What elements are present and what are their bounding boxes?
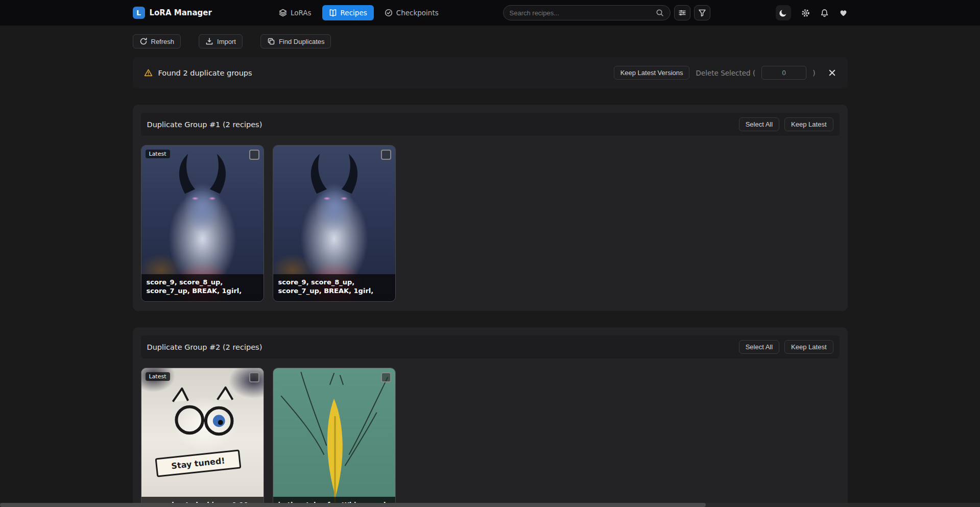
refresh-icon xyxy=(139,37,148,45)
delete-count-input[interactable] xyxy=(761,66,806,80)
filter-button[interactable] xyxy=(694,5,710,20)
top-navbar: L LoRA Manager LoRAs Recipes Checkpoi xyxy=(0,0,980,26)
horizontal-scrollbar[interactable] xyxy=(0,503,980,507)
tab-label: LoRAs xyxy=(291,9,312,17)
find-duplicates-button[interactable]: Find Duplicates xyxy=(260,34,331,49)
select-all-button[interactable]: Select All xyxy=(739,340,779,354)
search-input[interactable] xyxy=(510,9,656,17)
funnel-icon xyxy=(698,9,706,17)
search-group xyxy=(503,5,710,20)
select-recipe-checkbox[interactable] xyxy=(249,150,259,160)
duplicate-group-panel: Duplicate Group #1 (2 recipes) Select Al… xyxy=(133,105,848,311)
import-icon xyxy=(205,37,213,45)
notifications-button[interactable] xyxy=(820,9,829,17)
select-recipe-checkbox[interactable] xyxy=(249,372,259,382)
group-header: Duplicate Group #1 (2 recipes) Select Al… xyxy=(141,113,840,136)
button-label: Find Duplicates xyxy=(279,38,325,45)
recipe-card[interactable]: in the style of ppWhimsy, ral-frctlgmtry… xyxy=(273,368,396,507)
refresh-button[interactable]: Refresh xyxy=(133,34,181,49)
app-title: LoRA Manager xyxy=(150,8,212,17)
sort-options-button[interactable] xyxy=(674,5,690,20)
group-title: Duplicate Group #2 (2 recipes) xyxy=(147,343,262,351)
tab-checkpoints[interactable]: Checkpoints xyxy=(378,5,445,20)
keep-latest-button[interactable]: Keep Latest xyxy=(784,117,833,131)
latest-badge: Latest xyxy=(146,372,170,381)
theme-toggle-button[interactable] xyxy=(776,5,791,20)
group-header: Duplicate Group #2 (2 recipes) Select Al… xyxy=(141,335,840,358)
recipe-preview-image xyxy=(141,368,264,507)
latest-badge: Latest xyxy=(146,150,170,158)
duplicates-icon xyxy=(267,37,275,45)
card-row: Stay tuned! Latest pp-enchanted-whimsy:0… xyxy=(141,368,840,507)
main-nav-tabs: LoRAs Recipes Checkpoints xyxy=(272,5,445,20)
delete-selected-suffix: ) xyxy=(812,69,815,77)
book-icon xyxy=(329,9,337,17)
card-row: Latest score_9, score_8_up, score_7_up, … xyxy=(141,145,840,302)
recipe-card[interactable]: score_9, score_8_up, score_7_up, BREAK, … xyxy=(273,145,396,302)
search-box xyxy=(503,5,671,20)
warning-icon xyxy=(144,68,153,77)
select-all-button[interactable]: Select All xyxy=(739,117,779,131)
app-logo: L xyxy=(133,7,145,19)
favorites-button[interactable] xyxy=(839,9,848,17)
group-title: Duplicate Group #1 (2 recipes) xyxy=(147,120,262,129)
recipe-caption: score_9, score_8_up, score_7_up, BREAK, … xyxy=(273,274,395,301)
moon-icon xyxy=(779,9,787,17)
select-recipe-checkbox[interactable] xyxy=(381,372,391,382)
recipe-card[interactable]: Latest score_9, score_8_up, score_7_up, … xyxy=(141,145,264,302)
duplicates-banner: Found 2 duplicate groups Keep Latest Ver… xyxy=(133,57,848,88)
tab-label: Checkpoints xyxy=(396,9,439,17)
app-brand: L LoRA Manager xyxy=(133,7,212,19)
duplicate-group-panel: Duplicate Group #2 (2 recipes) Select Al… xyxy=(133,327,848,507)
bell-icon xyxy=(820,9,829,17)
settings-button[interactable] xyxy=(801,9,810,17)
keep-latest-versions-button[interactable]: Keep Latest Versions xyxy=(614,66,690,80)
search-icon[interactable] xyxy=(656,9,664,17)
button-label: Import xyxy=(217,38,236,45)
button-label: Refresh xyxy=(151,38,175,45)
tab-loras[interactable]: LoRAs xyxy=(272,5,318,20)
recipe-preview-image xyxy=(273,368,395,507)
heart-icon xyxy=(839,9,848,17)
gear-icon xyxy=(801,9,810,17)
import-button[interactable]: Import xyxy=(199,34,243,49)
check-circle-icon xyxy=(385,9,393,17)
keep-latest-button[interactable]: Keep Latest xyxy=(784,340,833,354)
recipes-toolbar: Refresh Import Find Duplicates xyxy=(133,34,848,49)
delete-selected-label: Delete Selected ( xyxy=(696,69,755,77)
recipe-caption: score_9, score_8_up, score_7_up, BREAK, … xyxy=(141,274,264,301)
banner-close-button[interactable] xyxy=(828,68,836,77)
tab-label: Recipes xyxy=(341,9,367,17)
sliders-icon xyxy=(678,9,686,17)
navbar-actions xyxy=(776,5,848,20)
banner-message: Found 2 duplicate groups xyxy=(158,69,252,77)
tab-recipes[interactable]: Recipes xyxy=(322,5,374,20)
scrollbar-thumb[interactable] xyxy=(0,503,706,507)
close-icon xyxy=(828,68,836,77)
select-recipe-checkbox[interactable] xyxy=(381,150,391,160)
recipe-card[interactable]: Stay tuned! Latest pp-enchanted-whimsy:0… xyxy=(141,368,264,507)
layers-icon xyxy=(279,9,287,17)
